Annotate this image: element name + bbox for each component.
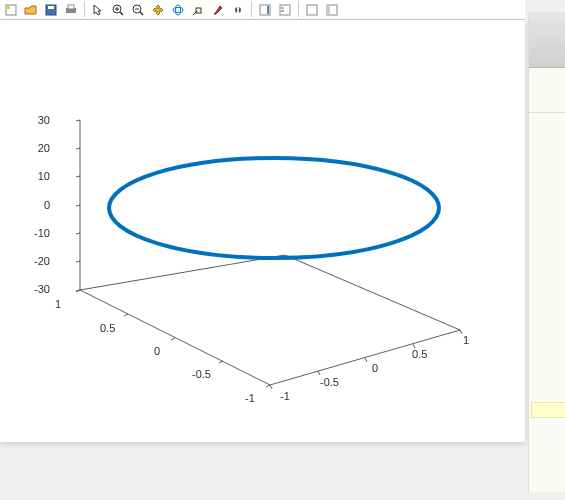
figure-toolbar xyxy=(0,0,525,20)
pointer-icon[interactable] xyxy=(89,1,107,19)
svg-line-44 xyxy=(365,358,367,362)
svg-line-38 xyxy=(124,314,128,316)
open-icon[interactable] xyxy=(22,1,40,19)
y-tick-label: 0.5 xyxy=(412,348,427,360)
plot-line-ring xyxy=(109,158,439,258)
y-tick-label: -0.5 xyxy=(320,376,339,388)
y-tick-label: -1 xyxy=(280,390,290,402)
svg-line-27 xyxy=(270,330,460,385)
figure-window: 30 20 10 0 -10 -20 -30 1 0.5 0 -0.5 -1 -… xyxy=(0,20,525,442)
legend-icon[interactable] xyxy=(276,1,294,19)
toolbar-separator xyxy=(84,1,85,17)
svg-line-41 xyxy=(266,385,270,387)
zoom-in-icon[interactable] xyxy=(109,1,127,19)
link-icon[interactable] xyxy=(229,1,247,19)
zoom-out-icon[interactable] xyxy=(129,1,147,19)
side-panel-file-highlight[interactable] xyxy=(531,402,565,418)
x-tick-label: 0 xyxy=(154,345,160,357)
svg-line-46 xyxy=(460,330,462,334)
hide-tools-icon[interactable] xyxy=(303,1,321,19)
svg-line-26 xyxy=(80,290,270,385)
side-panel xyxy=(528,12,565,492)
svg-rect-24 xyxy=(327,5,330,15)
svg-rect-5 xyxy=(68,5,74,9)
svg-rect-15 xyxy=(196,8,201,13)
svg-line-30 xyxy=(76,120,80,121)
z-tick-label: 30 xyxy=(30,114,50,126)
svg-rect-19 xyxy=(280,5,290,15)
svg-line-34 xyxy=(76,233,80,234)
svg-line-29 xyxy=(80,255,285,290)
svg-point-13 xyxy=(173,8,183,13)
svg-line-42 xyxy=(270,385,272,389)
brush-icon[interactable] xyxy=(209,1,227,19)
axes-3d[interactable] xyxy=(20,30,500,430)
toolbar-separator xyxy=(251,1,252,17)
y-tick-label: 1 xyxy=(463,334,469,346)
svg-rect-18 xyxy=(267,6,269,14)
svg-rect-3 xyxy=(48,6,54,9)
svg-line-40 xyxy=(219,361,223,363)
svg-line-32 xyxy=(76,176,80,177)
svg-line-39 xyxy=(171,338,175,340)
svg-line-31 xyxy=(76,148,80,149)
data-cursor-icon[interactable] xyxy=(189,1,207,19)
svg-line-43 xyxy=(318,371,320,375)
new-figure-icon[interactable] xyxy=(2,1,20,19)
y-tick-label: 0 xyxy=(372,362,378,374)
save-icon[interactable] xyxy=(42,1,60,19)
x-tick-label: -0.5 xyxy=(192,368,211,380)
side-panel-divider xyxy=(529,112,565,113)
svg-line-28 xyxy=(285,255,460,330)
x-tick-label: 1 xyxy=(55,298,61,310)
rotate3d-icon[interactable] xyxy=(169,1,187,19)
x-tick-label: 0.5 xyxy=(100,322,115,334)
z-tick-label: 10 xyxy=(30,170,50,182)
svg-line-35 xyxy=(76,261,80,262)
colorbar-icon[interactable] xyxy=(256,1,274,19)
toolbar-separator xyxy=(298,1,299,17)
x-tick-label: -1 xyxy=(245,392,255,404)
svg-point-14 xyxy=(176,5,181,15)
z-tick-label: -10 xyxy=(26,227,50,239)
show-tools-icon[interactable] xyxy=(323,1,341,19)
z-tick-label: -30 xyxy=(26,283,50,295)
svg-rect-22 xyxy=(307,5,317,15)
pan-icon[interactable] xyxy=(149,1,167,19)
z-tick-label: -20 xyxy=(26,255,50,267)
svg-line-11 xyxy=(140,12,143,15)
svg-line-33 xyxy=(76,205,80,206)
svg-rect-1 xyxy=(7,6,10,9)
z-tick-label: 0 xyxy=(30,199,50,211)
z-tick-label: 20 xyxy=(30,142,50,154)
side-panel-header[interactable] xyxy=(529,12,565,68)
svg-line-7 xyxy=(120,12,123,15)
print-icon[interactable] xyxy=(62,1,80,19)
